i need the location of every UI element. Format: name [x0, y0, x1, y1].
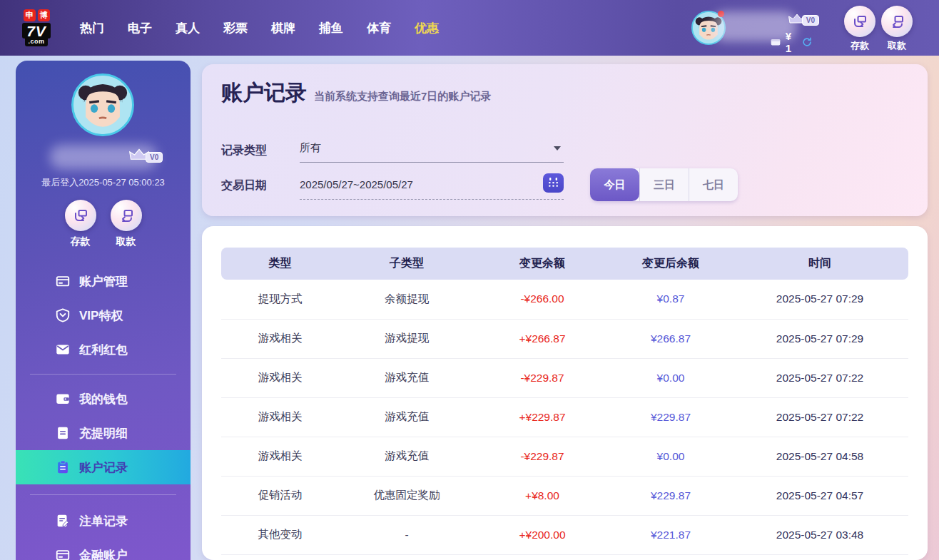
sidebar-item-红利红包[interactable]: 红利红包	[16, 332, 191, 367]
records-table-panel: 类型子类型变更余额变更后余额时间 提现方式余额提现-¥266.00¥0.8720…	[202, 226, 928, 560]
nav-item-5[interactable]: 棋牌	[270, 14, 297, 42]
cell-after: ¥0.00	[610, 358, 731, 397]
logo-text: 7V	[22, 23, 51, 39]
document-icon	[55, 425, 71, 441]
deposit-button[interactable]: 存款	[844, 6, 875, 52]
date-range-label: 交易日期	[221, 178, 267, 193]
cell-after: ¥0.00	[610, 437, 731, 476]
logo-badge-1: 申	[24, 9, 36, 21]
calendar-icon[interactable]	[543, 173, 564, 193]
table-row: 游戏相关游戏充值-¥229.87¥0.002025-05-27 07:22	[221, 358, 908, 397]
sidebar-item-注单记录[interactable]: 注单记录	[16, 504, 191, 538]
vip-level-badge: V0	[128, 148, 163, 163]
record-type-label: 记录类型	[221, 143, 267, 158]
sidebar-item-账户管理[interactable]: 账户管理	[16, 264, 191, 298]
cell-type: 其他变动	[221, 515, 339, 554]
sidebar-avatar[interactable]	[71, 73, 134, 136]
table-row: 游戏相关游戏提现+¥266.87¥266.872025-05-27 07:29	[221, 319, 908, 358]
withdraw-icon[interactable]	[111, 200, 142, 231]
sidebar-item-label: 金融账户	[79, 547, 128, 560]
nav-item-6[interactable]: 捕鱼	[318, 14, 345, 42]
top-navbar: 申 博 7V .com 热门电子真人彩票棋牌捕鱼体育优惠	[0, 0, 939, 56]
date-range-value: 2025/05/27~2025/05/27	[300, 178, 413, 190]
cell-sub: 游戏充值	[339, 358, 474, 397]
deposit-button[interactable]: 存款	[65, 200, 96, 248]
cell-sub: 游戏提现	[339, 319, 474, 358]
day-button-3[interactable]: 七日	[689, 168, 738, 201]
withdraw-label: 取款	[888, 39, 906, 52]
sidebar-item-账户记录[interactable]: 账户记录	[16, 450, 191, 484]
cell-type: 促销活动	[221, 476, 339, 515]
cell-change: +¥229.87	[474, 397, 610, 437]
sidebar-item-金融账户[interactable]: 金融账户	[16, 538, 191, 560]
day-button-2[interactable]: 三日	[639, 168, 689, 201]
day-range-toggle: 今日三日七日	[591, 168, 738, 201]
cell-after: ¥229.87	[610, 397, 731, 437]
card-icon	[55, 547, 71, 560]
cell-sub: 游戏充值	[339, 437, 474, 476]
table-header-4: 变更后余额	[610, 248, 731, 280]
cell-time: 2025-05-27 07:22	[731, 358, 908, 397]
sidebar-item-充提明细[interactable]: 充提明细	[16, 416, 191, 450]
sidebar-actions: 存款 取款	[16, 200, 191, 248]
cell-change: -¥229.87	[474, 437, 610, 476]
table-row: 游戏相关游戏充值+¥229.87¥229.872025-05-27 07:22	[221, 397, 908, 437]
sidebar-item-VIP特权[interactable]: VIP特权	[16, 298, 191, 332]
table-row: 游戏相关游戏充值-¥229.87¥0.002025-05-27 04:58	[221, 437, 908, 476]
sidebar-menu: 账户管理VIP特权红利红包我的钱包充提明细账户记录注单记录金融账户	[16, 264, 191, 560]
cell-time: 2025-05-27 04:57	[731, 476, 908, 515]
table-header-2: 子类型	[339, 248, 474, 280]
menu-divider	[30, 494, 176, 495]
cell-sub: 游戏充值	[339, 397, 474, 437]
logo-badges: 申 博	[24, 9, 50, 21]
table-row: 其他变动-+¥200.00¥221.872025-05-27 03:48	[221, 515, 908, 554]
sidebar-item-我的钱包[interactable]: 我的钱包	[16, 382, 191, 416]
wallet-icon	[771, 37, 781, 47]
withdraw-button[interactable]: 取款	[881, 6, 913, 52]
withdraw-label: 取款	[116, 235, 136, 248]
table-header-row: 类型子类型变更余额变更后余额时间	[221, 248, 908, 280]
nav-item-4[interactable]: 彩票	[222, 14, 249, 42]
day-button-1[interactable]: 今日	[590, 168, 639, 201]
vip-level-text: V0	[146, 152, 163, 163]
cell-sub: 优惠固定奖励	[339, 476, 474, 515]
deposit-icon[interactable]	[844, 6, 875, 37]
page-title-row: 账户记录 当前系统支持查询最近7日的账户记录	[221, 78, 491, 108]
deposit-icon[interactable]	[65, 200, 96, 231]
cell-type: 游戏相关	[221, 397, 339, 437]
clipboard-icon	[55, 459, 71, 475]
balance-area: ¥ 1	[771, 30, 812, 54]
sidebar-item-label: 我的钱包	[79, 391, 128, 407]
vip-level-text: V0	[802, 15, 819, 26]
avatar-image	[73, 76, 132, 134]
sidebar-item-label: 注单记录	[79, 513, 128, 529]
chevron-down-icon	[554, 146, 561, 151]
nav-item-2[interactable]: 电子	[126, 14, 153, 42]
logo-suffix: .com	[25, 38, 47, 46]
wallet-icon	[55, 391, 71, 407]
withdraw-button[interactable]: 取款	[111, 200, 142, 248]
logo-badge-2: 博	[38, 9, 50, 21]
balance-amount: ¥ 1	[786, 30, 797, 54]
site-logo[interactable]: 申 博 7V .com	[14, 9, 59, 46]
last-login-text: 最后登入2025-05-27 05:00:23	[16, 176, 191, 189]
record-type-select[interactable]: 所有	[300, 134, 564, 163]
refresh-icon[interactable]	[802, 36, 812, 49]
vip-level-badge: V0	[788, 13, 819, 26]
sidebar: V0 最后登入2025-05-27 05:00:23 存款 取款	[16, 61, 191, 560]
cell-type: 游戏相关	[221, 437, 339, 476]
nav-item-3[interactable]: 真人	[174, 14, 201, 42]
date-range-input[interactable]: 2025/05/27~2025/05/27	[300, 170, 564, 200]
withdraw-icon[interactable]	[881, 6, 913, 37]
nav-item-7[interactable]: 体育	[365, 14, 392, 42]
cell-change: -¥266.00	[474, 280, 610, 319]
cell-type: 游戏相关	[221, 319, 339, 358]
table-header-3: 变更余额	[474, 248, 610, 280]
nav-item-1[interactable]: 热门	[78, 14, 106, 42]
cell-after: ¥0.87	[610, 280, 731, 319]
deposit-label: 存款	[71, 235, 91, 248]
card-icon	[55, 273, 71, 289]
table-row: 提现方式余额提现-¥266.00¥0.872025-05-27 07:29	[221, 280, 908, 319]
cell-sub: 余额提现	[339, 280, 474, 319]
nav-item-8[interactable]: 优惠	[413, 14, 440, 42]
